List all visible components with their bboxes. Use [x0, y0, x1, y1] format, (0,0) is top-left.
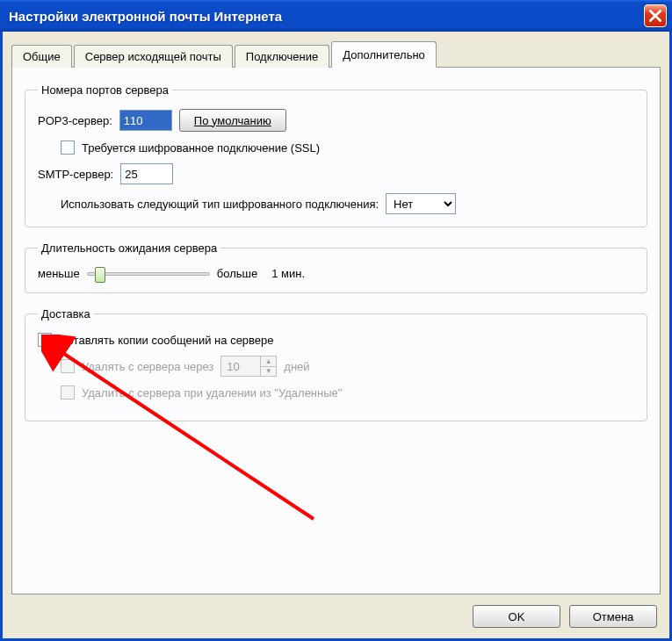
- window-title: Настройки электронной почты Интернета: [9, 9, 644, 24]
- tab-connection[interactable]: Подключение: [235, 45, 329, 68]
- days-label: дней: [284, 360, 309, 373]
- pop3-label: POP3-сервер:: [38, 114, 112, 127]
- button-bar: OK Отмена: [11, 594, 661, 638]
- enc-type-label: Использовать следующий тип шифрованного …: [61, 198, 379, 211]
- remove-on-delete-label: Удалить с сервера при удалении из "Удале…: [82, 386, 342, 400]
- tab-advanced[interactable]: Дополнительно: [331, 41, 437, 68]
- remove-after-label: Удалять с сервера через: [82, 360, 213, 373]
- ok-button[interactable]: OK: [473, 605, 560, 628]
- smtp-label: SMTP-сервер:: [38, 168, 113, 181]
- smtp-input[interactable]: [120, 163, 173, 184]
- timeout-less: меньше: [38, 267, 80, 280]
- tab-general[interactable]: Общие: [11, 45, 72, 68]
- ports-group: Номера портов сервера POP3-сервер: По ум…: [25, 83, 647, 227]
- close-button[interactable]: [644, 4, 667, 27]
- spinner-up-icon: ▲: [261, 357, 276, 367]
- timeout-value: 1 мин.: [271, 267, 305, 280]
- timeout-more: больше: [217, 267, 257, 280]
- timeout-legend: Длительность ожидания сервера: [38, 241, 220, 255]
- ports-legend: Номера портов сервера: [38, 83, 172, 97]
- tab-panel-advanced: Номера портов сервера POP3-сервер: По ум…: [11, 67, 661, 594]
- delivery-legend: Доставка: [38, 307, 94, 320]
- remove-after-checkbox: [61, 359, 75, 373]
- pop3-input[interactable]: [119, 110, 172, 131]
- leave-copy-label: Оставлять копии сообщений на сервере: [59, 334, 274, 347]
- cancel-button[interactable]: Отмена: [569, 605, 657, 628]
- enc-type-select[interactable]: Нет: [386, 193, 456, 214]
- defaults-button[interactable]: По умолчанию: [179, 109, 286, 132]
- leave-copy-checkbox[interactable]: [38, 333, 52, 347]
- ssl-checkbox[interactable]: [61, 140, 75, 155]
- tabs: Общие Сервер исходящей почты Подключение…: [11, 40, 661, 67]
- remove-on-delete-checkbox: [61, 385, 75, 400]
- remove-after-days-value: 10: [221, 357, 260, 376]
- remove-after-days-spinner: 10 ▲ ▼: [220, 356, 277, 377]
- titlebar: Настройки электронной почты Интернета: [0, 0, 672, 32]
- slider-thumb[interactable]: [95, 267, 105, 283]
- ssl-label: Требуется шифрованное подключение (SSL): [82, 141, 320, 155]
- close-icon: [649, 10, 661, 22]
- tab-outgoing[interactable]: Сервер исходящей почты: [74, 45, 233, 68]
- timeout-group: Длительность ожидания сервера меньше бол…: [25, 241, 647, 293]
- spinner-down-icon: ▼: [261, 367, 276, 377]
- delivery-group: Доставка Оставлять копии сообщений на се…: [25, 307, 647, 421]
- timeout-slider[interactable]: [87, 272, 210, 276]
